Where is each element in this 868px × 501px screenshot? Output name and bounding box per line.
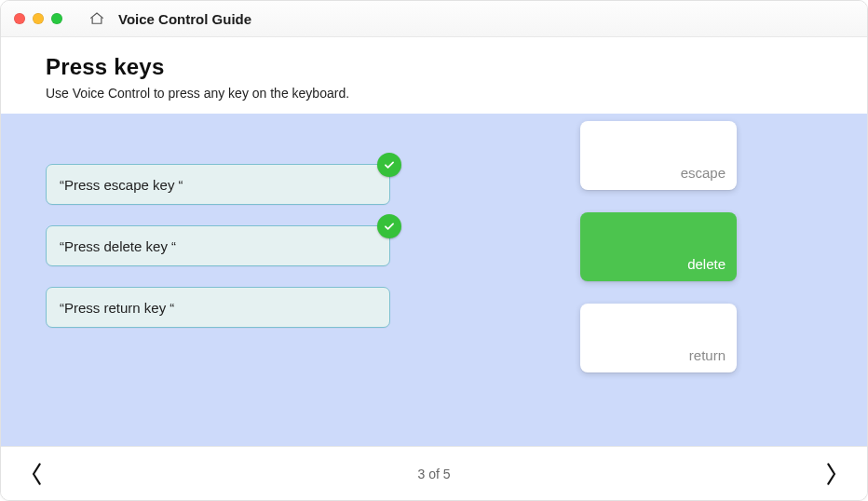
page-subtitle: Use Voice Control to press any key on th… [46,86,830,101]
page-indicator: 3 of 5 [1,467,867,481]
window-title: Voice Control Guide [118,11,251,27]
voice-command-item: “Press escape key “ [46,164,390,205]
keycap-delete: delete [580,212,737,281]
checkmark-icon [377,214,401,238]
next-page-button[interactable] [817,457,845,491]
keycap-escape: escape [580,121,737,190]
voice-command-text: “Press escape key “ [60,177,183,193]
checkmark-icon [377,153,401,177]
titlebar: Voice Control Guide [1,1,867,37]
keycap-label: return [689,347,726,363]
voice-command-item: “Press delete key “ [46,225,390,266]
demo-stage: “Press escape key “ “Press delete key “ … [1,114,867,446]
voice-command-text: “Press return key “ [60,300,174,316]
footer: 3 of 5 [1,446,867,500]
page-header: Press keys Use Voice Control to press an… [1,37,867,114]
keycap-return: return [580,304,737,372]
keycap-list: escape delete return [580,121,737,372]
window-fullscreen-button[interactable] [51,13,62,24]
window-controls [14,13,62,24]
home-icon[interactable] [88,10,105,27]
voice-command-list: “Press escape key “ “Press delete key “ … [46,164,390,328]
page-heading: Press keys [46,54,830,80]
keycap-label: delete [687,256,726,272]
window-minimize-button[interactable] [33,13,44,24]
previous-page-button[interactable] [23,457,51,491]
keycap-label: escape [681,165,726,181]
guide-window: Voice Control Guide Press keys Use Voice… [0,0,868,501]
voice-command-item: “Press return key “ [46,287,390,328]
voice-command-text: “Press delete key “ [60,238,176,254]
window-close-button[interactable] [14,13,25,24]
